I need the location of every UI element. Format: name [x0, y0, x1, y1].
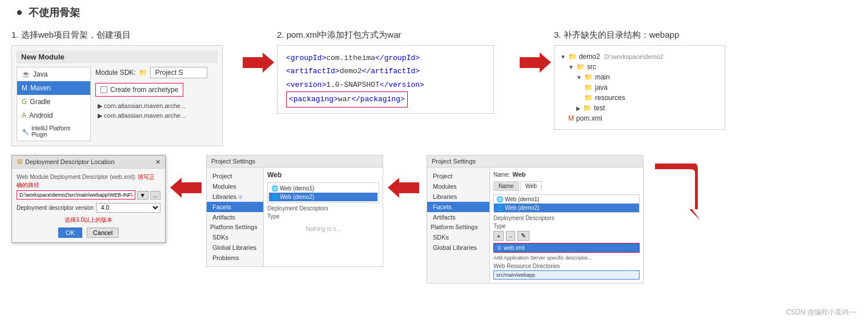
ps2-platform-label: Platform Settings	[427, 222, 489, 232]
svg-marker-3	[388, 178, 419, 198]
ps-item-artifacts[interactable]: Artifacts	[207, 212, 263, 222]
maven-pom-icon: M	[568, 114, 574, 122]
dd-webxml-input[interactable]	[17, 190, 135, 200]
archetype-checkbox[interactable]	[101, 86, 107, 93]
webxml-label: web.xml	[504, 245, 525, 251]
deployment-dialog: ⚙ Deployment Descriptor Location ✕ Web M…	[11, 155, 166, 243]
dd-version-select[interactable]: 4.0 3.1 3.0	[96, 203, 160, 213]
tab-name[interactable]: Name	[493, 181, 519, 191]
ps-module-demo2[interactable]: 🌐 Web (demo2)	[269, 193, 377, 201]
step2-label: 2. pom.xml中添加打包方式为war	[277, 30, 401, 41]
ps-type-label: Type	[267, 213, 379, 220]
pom-line-3: <version>1.0-SNAPSHOT</version>	[286, 78, 485, 91]
ps2-item-global-libs[interactable]: Global Libraries	[427, 242, 489, 253]
archetype-list: ▶ com.atlassian.maven.arche... ▶ com.atl…	[95, 101, 218, 121]
dialog-title: New Module	[17, 50, 218, 63]
dd-version-label: Deployment descriptor version	[17, 205, 94, 211]
pom-line-2: <artifactId>demo2</artifactId>	[286, 65, 485, 78]
bullet-text: 不使用骨架	[29, 6, 80, 19]
ps2-web-resource-label: Web Resource Directories	[493, 263, 640, 269]
module-item-java[interactable]: ☕ Java	[17, 67, 90, 81]
dd-title-bar: ⚙ Deployment Descriptor Location ✕	[12, 155, 165, 169]
chevron-down-icon3: ▼	[576, 74, 582, 81]
ps-item-libraries[interactable]: Libraries ①	[207, 192, 263, 202]
module-item-maven[interactable]: M Maven	[17, 81, 90, 95]
webxml-item[interactable]: ① web.xml	[493, 243, 640, 253]
archetype-item-1[interactable]: ▶ com.atlassian.maven.arche...	[95, 101, 218, 111]
archetype-item-2[interactable]: ▶ com.atlassian.maven.arche...	[95, 111, 218, 121]
dd-webmodule-row: Web Module Deployment Descriptor (web.xm…	[17, 173, 160, 200]
module-list: ☕ Java M Maven G Gradle A Android	[17, 67, 91, 141]
pom-line-4: <packaging>war</packaging>	[286, 91, 408, 107]
java-folder-icon: 📁	[584, 83, 593, 91]
src-folder-icon: 📁	[576, 63, 585, 71]
ps2-module-list: 🌐 Web (demo1) 🌐 Web (demo2)	[493, 194, 640, 213]
ps2-remove-btn[interactable]: -	[506, 231, 515, 241]
chevron-down-icon2: ▼	[568, 64, 574, 70]
dd-ok-button[interactable]: OK	[58, 228, 82, 238]
ps2-module-icon2: 🌐	[496, 205, 503, 211]
curved-arrow-section	[649, 158, 701, 226]
archetype-label: Create from archetype	[110, 86, 178, 94]
step1-label: 1. 选择web项目骨架，创建项目	[11, 30, 131, 41]
project-settings-small: Project Settings Project Modules Librari…	[206, 155, 383, 267]
tab-web[interactable]: Web	[520, 181, 542, 191]
ps-item-sdks[interactable]: SDKs	[207, 232, 263, 242]
ps-item-global-libs[interactable]: Global Libraries	[207, 242, 263, 253]
ps2-item-sdks[interactable]: SDKs	[427, 232, 489, 242]
file-tree-box: ▼ 📁 demo2 D:\workspace\demo2 ▼ 📁 src ▼ 📁…	[554, 45, 725, 130]
arrow-bottom-2	[388, 178, 419, 198]
main-folder-icon: 📁	[584, 73, 593, 81]
ps2-module-demo1[interactable]: 🌐 Web (demo1)	[494, 195, 639, 204]
dialog-body: ☕ Java M Maven G Gradle A Android	[17, 67, 218, 141]
step1-section: 1. 选择web项目骨架，创建项目 New Module ☕ Java M Ma…	[11, 30, 240, 146]
gradle-icon: G	[22, 98, 27, 106]
ps2-add-btn[interactable]: +	[493, 231, 504, 241]
ps2-web-resource-section: Web Resource Directories src/main/webapp	[493, 263, 640, 280]
bullet-dot	[17, 10, 22, 15]
module-item-gradle[interactable]: G Gradle	[17, 95, 90, 109]
ps-item-modules[interactable]: Modules	[207, 181, 263, 192]
ps-module-demo1[interactable]: 🌐 Web (demo1)	[269, 184, 377, 193]
dd-input-row: ▼ ...	[17, 190, 160, 200]
ps-nothing-label: Nothing to s...	[267, 221, 379, 237]
ps2-item-project[interactable]: Project	[427, 171, 489, 181]
dd-browse-btn[interactable]: ▼	[137, 191, 148, 200]
module-item-android[interactable]: A Android	[17, 109, 90, 122]
tree-item-test: ▶ 📁 test	[560, 103, 719, 113]
module-item-intellij[interactable]: 🔧 IntelliJ Platform Plugin	[17, 122, 90, 141]
ps-deploy-label: Deployment Descriptors	[267, 205, 379, 212]
dd-hint-text: 选择3.0以上的版本	[17, 216, 160, 224]
chevron-down-icon: ▼	[560, 54, 566, 60]
ps2-deploy-label: Deployment Descriptors	[493, 215, 640, 221]
ps-item-facets[interactable]: Facets	[207, 202, 263, 212]
ps2-item-artifacts[interactable]: Artifacts	[427, 212, 489, 222]
ps2-web-resource-value: src/main/webapp	[493, 270, 640, 280]
ps2-item-libraries[interactable]: Libraries	[427, 192, 489, 202]
pom-code-box: <groupId>com.itheima</groupId> <artifact…	[277, 45, 494, 114]
dd-webmodule-label: Web Module Deployment Descriptor (web.xm…	[17, 174, 136, 180]
ps-item-project[interactable]: Project	[207, 171, 263, 181]
dd-cancel-button[interactable]: Cancel	[87, 228, 119, 238]
ps-item-problems[interactable]: Problems	[207, 253, 263, 263]
svg-marker-1	[520, 53, 551, 73]
webxml-number: ①	[497, 245, 502, 251]
step2-section: 2. pom.xml中添加打包方式为war <groupId>com.ithei…	[277, 30, 517, 114]
dd-close-icon[interactable]: ✕	[155, 158, 160, 166]
folder-icon: 📁	[568, 53, 577, 61]
ps2-item-modules[interactable]: Modules	[427, 181, 489, 192]
new-module-dialog: New Module ☕ Java M Maven G Gradle	[11, 45, 223, 146]
ps2-name-row: Name: Web	[493, 171, 640, 178]
ps2-module-demo2[interactable]: 🌐 Web (demo2)	[494, 204, 639, 212]
sdk-label: Module SDK:	[95, 69, 136, 77]
ps2-edit-btn[interactable]: ✎	[517, 231, 529, 241]
sdk-value: Project S	[150, 67, 207, 78]
create-from-archetype-row[interactable]: Create from archetype	[95, 83, 183, 97]
dd-extra-btn[interactable]: ...	[150, 191, 160, 200]
tree-item-resources: 📁 resources	[560, 93, 719, 103]
ps2-item-facets[interactable]: Facets	[427, 202, 489, 212]
ps2-tabs: Name Web	[493, 181, 640, 191]
ps-platform-label: Platform Settings	[207, 222, 263, 232]
tree-item-java: 📁 java	[560, 82, 719, 93]
resources-folder-icon: 📁	[584, 94, 593, 102]
